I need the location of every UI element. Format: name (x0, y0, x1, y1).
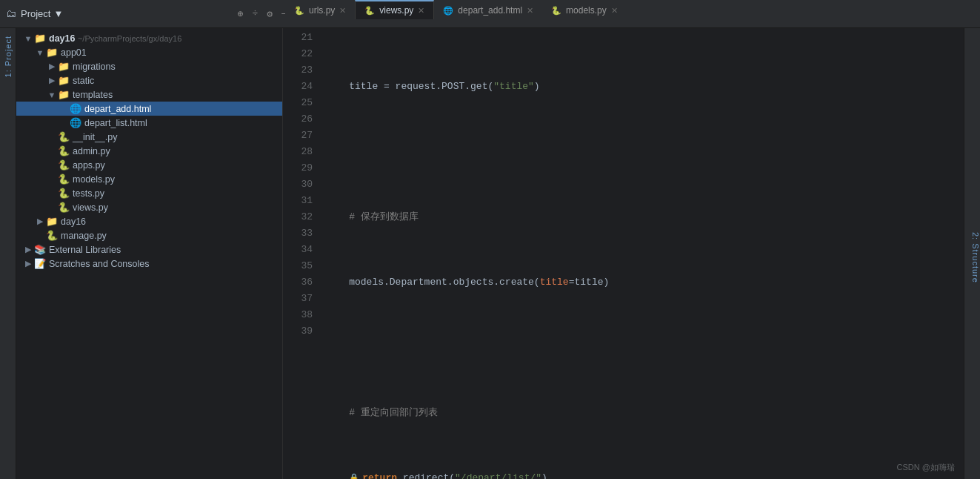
tree-item-label: __init__.py (73, 132, 117, 142)
tab-urls[interactable]: 🐍 urls.py ✕ (285, 1, 355, 19)
tree-item-depart-add-html[interactable]: 🌐 depart_add.html (16, 102, 282, 116)
code-editor[interactable]: title = request.POST.get("title") # 保存到数… (320, 28, 964, 479)
html-file-icon: 🌐 (70, 117, 81, 128)
lib-icon: 📚 (34, 244, 46, 255)
tree-item-label: tests.py (73, 188, 104, 199)
html-icon: 🌐 (443, 6, 453, 16)
py-icon: 🐍 (364, 6, 375, 16)
tab-close-views[interactable]: ✕ (418, 6, 424, 16)
py-file-icon: 🐍 (58, 159, 70, 171)
tabs-bar: 🐍 urls.py ✕ 🐍 views.py ✕ 🌐 depart_add.ht… (0, 0, 980, 19)
expand-arrow: ▼ (46, 90, 58, 99)
sidebar-label-project[interactable]: 1: Project (0, 28, 16, 479)
tree-item-label: External Libraries (49, 245, 121, 255)
file-tree[interactable]: ▼ 📁 day16 ~/PycharmProjects/gx/day16 ▼ 📁… (16, 28, 283, 479)
tab-label: depart_add.html (458, 5, 522, 16)
py-file-icon: 🐍 (46, 230, 58, 241)
tree-item-templates[interactable]: ▼ 📁 templates (16, 87, 282, 102)
py-icon: 🐍 (551, 6, 561, 16)
tree-item-manage[interactable]: 🐍 manage.py (16, 228, 282, 242)
tab-label: urls.py (309, 5, 335, 16)
tree-item-depart-list-html[interactable]: 🌐 depart_list.html (16, 116, 282, 130)
code-line-23: # 保存到数据库 (320, 209, 964, 225)
tree-item-init[interactable]: 🐍 __init__.py (16, 130, 282, 144)
tree-item-ext-lib[interactable]: ▶ 📚 External Libraries (16, 242, 282, 257)
py-file-icon: 🐍 (58, 188, 70, 199)
tab-label: views.py (379, 5, 413, 16)
main-area: 1: Project ▼ 📁 day16 ~/PycharmProjects/g… (0, 28, 980, 479)
py-icon: 🐍 (294, 6, 304, 16)
tab-close-urls[interactable]: ✕ (339, 6, 346, 16)
expand-arrow: ▶ (34, 217, 46, 226)
tree-item-static[interactable]: ▶ 📁 static (16, 73, 282, 87)
html-file-icon: 🌐 (70, 103, 81, 114)
tab-label: models.py (566, 5, 607, 16)
expand-arrow: ▶ (22, 245, 34, 254)
expand-arrow: ▼ (34, 48, 46, 57)
tree-root[interactable]: ▼ 📁 day16 ~/PycharmProjects/gx/day16 (16, 31, 282, 45)
folder-icon: 📁 (46, 47, 58, 58)
watermark: CSDN @如嗨瑞 (897, 462, 955, 473)
tree-item-label: day16 (61, 217, 86, 227)
code-line-24: models.Department.objects.create(title=t… (320, 274, 964, 291)
code-line-26: # 重定向回部门列表 (320, 405, 964, 421)
tree-item-migrations[interactable]: ▶ 📁 migrations (16, 59, 282, 73)
tree-item-label: app01 (61, 47, 87, 58)
tree-item-label: views.py (73, 202, 108, 213)
code-line-25 (320, 340, 964, 356)
tree-item-label: migrations (73, 62, 116, 72)
tree-item-views[interactable]: 🐍 views.py (16, 200, 282, 214)
code-line-27: 🔒return redirect("/depart/list/") (320, 470, 964, 479)
folder-icon: 📁 (58, 89, 70, 100)
expand-arrow: ▶ (46, 62, 58, 71)
tree-item-label: models.py (73, 174, 115, 185)
structure-label-text: 2: Structure (971, 232, 980, 283)
tree-item-label: depart_list.html (84, 118, 147, 128)
tab-views[interactable]: 🐍 views.py ✕ (355, 0, 434, 19)
tree-item-label: Scratches and Consoles (49, 259, 150, 269)
code-line-22 (320, 144, 964, 160)
expand-arrow: ▶ (46, 76, 58, 85)
expand-arrow: ▶ (22, 259, 34, 268)
tree-item-label: apps.py (73, 160, 105, 171)
code-line-21: title = request.POST.get("title") (320, 79, 964, 95)
tree-item-label: static (73, 76, 94, 86)
root-label: day16 ~/PycharmProjects/gx/day16 (49, 33, 181, 44)
py-file-icon: 🐍 (58, 202, 70, 213)
tree-item-scratches[interactable]: ▶ 📝 Scratches and Consoles (16, 257, 282, 271)
tree-item-models[interactable]: 🐍 models.py (16, 172, 282, 186)
sidebar-label-text: 1: Project (4, 36, 13, 77)
py-file-icon: 🐍 (58, 131, 70, 142)
py-file-icon: 🐍 (58, 145, 70, 156)
tree-item-label: admin.py (73, 146, 110, 156)
tab-models[interactable]: 🐍 models.py ✕ (542, 1, 627, 19)
tree-item-label: templates (73, 90, 113, 100)
tab-close-models[interactable]: ✕ (611, 6, 618, 16)
folder-icon: 📁 (46, 216, 58, 227)
expand-arrow: ▼ (22, 34, 34, 43)
py-file-icon: 🐍 (58, 174, 70, 185)
line-numbers: 21 22 23 24 25 26 27 28 29 30 31 32 33 3… (283, 28, 320, 479)
tab-depart-add[interactable]: 🌐 depart_add.html ✕ (434, 1, 542, 19)
folder-icon: 📁 (34, 33, 46, 44)
tab-close-depart[interactable]: ✕ (527, 6, 533, 16)
tree-item-label: manage.py (61, 231, 107, 241)
tree-item-tests[interactable]: 🐍 tests.py (16, 186, 282, 200)
tree-item-admin[interactable]: 🐍 admin.py (16, 144, 282, 158)
tree-item-label: depart_add.html (84, 104, 151, 114)
sidebar-label-structure[interactable]: 2: Structure (964, 28, 980, 479)
tree-item-app01[interactable]: ▼ 📁 app01 (16, 45, 282, 59)
folder-icon: 📁 (58, 75, 70, 86)
tree-item-apps[interactable]: 🐍 apps.py (16, 158, 282, 172)
folder-icon: 📁 (58, 61, 70, 72)
tree-item-day16[interactable]: ▶ 📁 day16 (16, 214, 282, 228)
title-bar: 🗂 Project ▼ ⊕ ÷ ⚙ — 🐍 urls.py ✕ 🐍 views.… (0, 0, 980, 28)
editor-area[interactable]: 21 22 23 24 25 26 27 28 29 30 31 32 33 3… (283, 28, 964, 479)
scratch-icon: 📝 (34, 258, 46, 269)
